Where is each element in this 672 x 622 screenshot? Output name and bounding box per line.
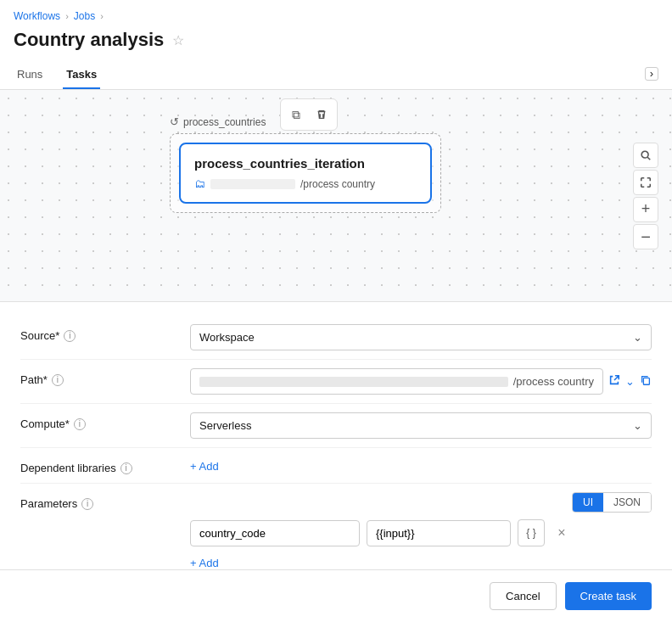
path-field-row: /process country ⌄ [190,368,652,395]
canvas-area: ⧉ ↺ process_countries process_countries_… [0,90,672,302]
dependent-libraries-row: Dependent libraries i + Add [20,448,652,484]
search-canvas-button[interactable] [633,143,658,168]
svg-point-0 [641,151,648,158]
zoom-out-button[interactable]: − [633,224,658,249]
expand-panel-icon[interactable]: › [645,67,658,81]
task-card-path: 🗂 /process country [194,177,417,190]
create-task-button[interactable]: Create task [565,582,652,610]
source-chevron-icon: ⌄ [633,331,642,344]
path-control: /process country ⌄ [190,368,652,395]
source-select[interactable]: Workspace ⌄ [190,324,652,350]
svg-line-1 [647,157,650,160]
task-card-title: process_countries_iteration [194,156,417,171]
svg-rect-2 [643,378,649,384]
toggle-json-button[interactable]: JSON [603,493,651,512]
param-key-input[interactable] [190,520,360,546]
task-group-box: process_countries_iteration 🗂 /process c… [170,133,441,213]
dependent-libraries-label-text: Dependent libraries [20,462,116,474]
source-label: Source* i [20,324,190,342]
task-group: ↺ process_countries process_countries_it… [170,115,441,213]
dependent-libraries-label: Dependent libraries i [20,457,190,474]
compute-info-icon[interactable]: i [74,418,86,430]
task-card[interactable]: process_countries_iteration 🗂 /process c… [179,143,432,204]
parameters-info-icon[interactable]: i [81,498,93,510]
breadcrumb-sep-1: › [65,11,69,21]
zoom-in-button[interactable]: + [633,197,658,222]
add-param-button[interactable]: + Add [190,553,652,569]
add-library-button[interactable]: + Add [190,457,652,473]
source-value: Workspace [199,331,255,344]
param-inputs: { } × [190,519,652,546]
folder-icon: 🗂 [194,177,205,190]
task-card-path-text: /process country [300,178,375,190]
path-open-icon[interactable] [608,374,620,389]
source-label-text: Source* [20,329,59,342]
parameters-row: Parameters i UI JSON { } × + Add [20,484,652,578]
param-json-edit-button[interactable]: { } [518,519,545,546]
parameters-label: Parameters i [20,492,190,510]
compute-chevron-icon: ⌄ [633,419,642,432]
compute-row: Compute* i Serverless ⌄ [20,404,652,448]
task-group-label: ↺ process_countries [170,115,441,128]
page-header: Country analysis ☆ [0,25,672,61]
dependent-libraries-info-icon[interactable]: i [120,462,132,474]
path-row: Path* i /process country ⌄ [20,360,652,404]
parameters-label-text: Parameters [20,497,77,510]
compute-value: Serverless [199,419,251,432]
fullscreen-canvas-button[interactable] [633,170,658,195]
path-prefix-visual [199,377,508,387]
param-delete-button[interactable]: × [552,523,572,543]
source-row: Source* i Workspace ⌄ [20,316,652,360]
path-prefix-bar [210,179,295,189]
breadcrumb-workflows[interactable]: Workflows [14,10,60,22]
ui-json-toggle: UI JSON [572,492,652,513]
task-group-name: process_countries [183,116,266,128]
canvas-controls: + − [633,143,658,249]
path-dropdown-icon[interactable]: ⌄ [625,375,635,388]
path-label: Path* i [20,368,190,386]
source-control: Workspace ⌄ [190,324,652,350]
compute-select[interactable]: Serverless ⌄ [190,412,652,439]
cancel-button[interactable]: Cancel [490,582,556,610]
toggle-ui-button[interactable]: UI [573,493,603,512]
tab-runs[interactable]: Runs [14,61,46,89]
parameters-control: UI JSON { } × + Add [190,492,652,569]
compute-label-text: Compute* [20,417,70,430]
path-info-icon[interactable]: i [52,374,64,386]
page-title: Country analysis [14,29,164,51]
star-icon[interactable]: ☆ [172,32,184,48]
path-field[interactable]: /process country [190,368,603,395]
source-info-icon[interactable]: i [64,330,76,342]
path-text-value: /process country [513,375,594,388]
params-toggle-row: UI JSON [190,492,652,513]
breadcrumb-jobs[interactable]: Jobs [74,10,95,22]
path-copy-icon[interactable] [640,374,652,389]
dependent-libraries-control: + Add [190,457,652,473]
compute-control: Serverless ⌄ [190,412,652,439]
footer: Cancel Create task [0,569,672,622]
tab-tasks[interactable]: Tasks [63,61,100,89]
compute-label: Compute* i [20,412,190,430]
tabs-bar: Runs Tasks › [0,61,672,90]
param-value-input[interactable] [367,520,511,546]
breadcrumb: Workflows › Jobs › [0,0,672,25]
path-label-text: Path* [20,373,48,386]
breadcrumb-sep-2: › [100,11,104,21]
